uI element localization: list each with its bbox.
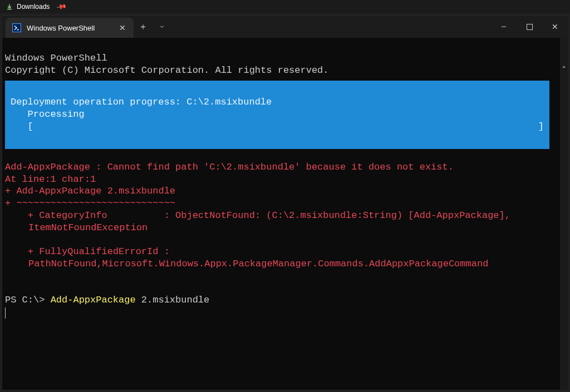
error-line: + Add-AppxPackage 2.msixbundle bbox=[5, 186, 175, 196]
command-name: Add-AppxPackage bbox=[51, 295, 136, 305]
error-id: + FullyQualifiedErrorId : PathNotFound,M… bbox=[5, 246, 549, 270]
tab-title: Windows PowerShell bbox=[27, 24, 95, 32]
error-line: Add-AppxPackage : Cannot find path 'C:\2… bbox=[5, 162, 454, 172]
explorer-tab-label[interactable]: Downloads bbox=[17, 3, 50, 11]
new-tab-button[interactable]: ＋ bbox=[134, 16, 153, 38]
tab-strip: Windows PowerShell ✕ ＋ bbox=[2, 16, 171, 38]
terminal-body[interactable]: Windows PowerShell Copyright (C) Microso… bbox=[2, 38, 568, 390]
pin-icon[interactable]: 📌 bbox=[56, 1, 67, 12]
progress-bar: [] bbox=[11, 121, 544, 133]
close-button[interactable]: ✕ bbox=[542, 16, 568, 38]
maximize-icon bbox=[527, 24, 533, 30]
tab-close-button[interactable]: ✕ bbox=[117, 22, 128, 33]
text-cursor bbox=[5, 307, 6, 319]
error-category: + CategoryInfo : ObjectNotFound: (C:\2.m… bbox=[5, 210, 549, 234]
tab-dropdown-button[interactable] bbox=[153, 16, 171, 38]
window-controls: ✕ bbox=[491, 16, 568, 38]
minimize-button[interactable] bbox=[491, 16, 517, 38]
explorer-taskbar: Downloads 📌 bbox=[0, 0, 570, 13]
powershell-icon bbox=[12, 23, 21, 32]
titlebar: Windows PowerShell ✕ ＋ ✕ bbox=[2, 16, 568, 38]
progress-title: Deployment operation progress: C:\2.msix… bbox=[11, 97, 272, 107]
prompt-prefix: PS C:\> bbox=[5, 295, 51, 305]
prompt-line: PS C:\> Add-AppxPackage 2.msixbundle bbox=[5, 295, 209, 305]
error-line: At line:1 char:1 bbox=[5, 174, 96, 185]
output-line: Copyright (C) Microsoft Corporation. All… bbox=[5, 65, 329, 76]
tab-powershell[interactable]: Windows PowerShell ✕ bbox=[6, 18, 134, 38]
terminal-window: Windows PowerShell ✕ ＋ ✕ Windows PowerSh… bbox=[2, 15, 568, 390]
progress-status: Processing bbox=[11, 109, 85, 120]
progress-block: Deployment operation progress: C:\2.msix… bbox=[5, 81, 549, 149]
error-line: + ~~~~~~~~~~~~~~~~~~~~~~~~~~~~ bbox=[5, 198, 175, 209]
output-line: Windows PowerShell bbox=[5, 53, 107, 63]
maximize-button[interactable] bbox=[517, 16, 542, 38]
scrollbar[interactable] bbox=[560, 38, 568, 390]
download-icon bbox=[6, 3, 13, 11]
command-arg: 2.msixbundle bbox=[136, 295, 210, 305]
scroll-up-icon[interactable] bbox=[560, 62, 568, 71]
